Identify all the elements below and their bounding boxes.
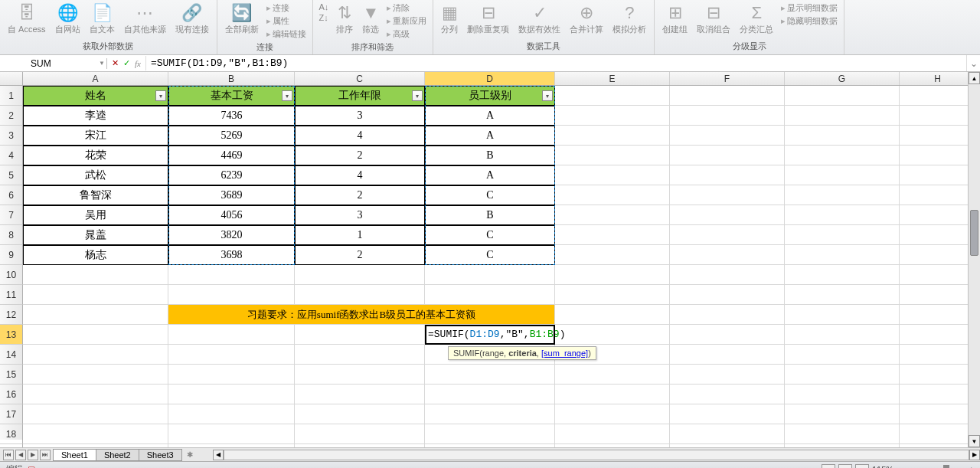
vertical-scrollbar[interactable]: ▲ ▼	[968, 72, 980, 447]
new-sheet-icon[interactable]: ✱	[182, 450, 198, 460]
cell[interactable]: =SUMIF(D1:D9,"B",B1:B9)	[425, 325, 555, 345]
ribbon-button[interactable]: ⊕合并计算	[565, 2, 608, 37]
cell[interactable]	[425, 385, 555, 404]
row-header[interactable]: 19	[0, 444, 23, 447]
cell[interactable]	[425, 444, 555, 447]
cell[interactable]: 4	[295, 165, 425, 185]
cell[interactable]: 3698	[168, 245, 295, 265]
cell[interactable]	[168, 345, 295, 365]
cell[interactable]	[900, 305, 976, 325]
cell[interactable]	[670, 185, 785, 205]
sort-small-button[interactable]: A↓	[316, 2, 332, 12]
ribbon-button[interactable]: 🔗现有连接	[171, 2, 214, 37]
cell[interactable]	[785, 305, 900, 325]
formula-tooltip[interactable]: SUMIF(range, criteria, [sum_range])	[448, 346, 596, 360]
cell[interactable]	[670, 106, 785, 126]
cell[interactable]: 5269	[168, 126, 295, 146]
view-break-icon[interactable]	[855, 464, 869, 469]
cell[interactable]	[785, 205, 900, 225]
row-header[interactable]: 11	[0, 285, 23, 305]
cell[interactable]	[785, 424, 900, 444]
cell[interactable]	[785, 325, 900, 345]
name-box-dropdown-icon[interactable]: ▼	[99, 60, 105, 67]
cell[interactable]	[425, 404, 555, 424]
row-header[interactable]: 7	[0, 205, 23, 225]
cell[interactable]	[23, 385, 168, 404]
ribbon-button[interactable]: ▦分列	[436, 2, 462, 37]
cell[interactable]	[168, 265, 295, 285]
cell[interactable]	[900, 385, 976, 404]
tab-next-icon[interactable]: ▶	[28, 450, 38, 460]
cell[interactable]	[670, 325, 785, 345]
cell[interactable]	[785, 245, 900, 265]
ribbon-button[interactable]: 📄自文本	[85, 2, 119, 37]
cell[interactable]	[670, 86, 785, 106]
filter-icon[interactable]: ▾	[542, 90, 553, 101]
cell[interactable]	[785, 444, 900, 447]
column-header[interactable]: A	[23, 72, 168, 85]
name-box[interactable]: ▼	[0, 58, 107, 69]
cell[interactable]	[23, 345, 168, 365]
cell[interactable]	[900, 265, 976, 285]
cell[interactable]	[295, 345, 425, 365]
ribbon-small-button[interactable]: ▸ 属性	[263, 15, 309, 28]
cell[interactable]	[670, 365, 785, 385]
cell[interactable]	[900, 86, 976, 106]
cell[interactable]	[168, 325, 295, 345]
cell[interactable]	[670, 245, 785, 265]
zoom-out-icon[interactable]: −	[897, 465, 901, 469]
cell[interactable]	[900, 424, 976, 444]
scroll-down-icon[interactable]: ▼	[969, 435, 980, 447]
cell[interactable]: 武松	[23, 165, 168, 185]
cell[interactable]	[555, 285, 670, 305]
cell[interactable]	[425, 285, 555, 305]
cell[interactable]: 吴用	[23, 205, 168, 225]
cell[interactable]	[785, 106, 900, 126]
cell[interactable]	[295, 404, 425, 424]
cell[interactable]	[900, 444, 976, 447]
cell[interactable]: 3820	[168, 225, 295, 245]
cell[interactable]	[900, 285, 976, 305]
cell[interactable]	[785, 404, 900, 424]
cell[interactable]	[900, 225, 976, 245]
cell[interactable]	[670, 444, 785, 447]
cell[interactable]	[23, 325, 168, 345]
cell[interactable]: 李逵	[23, 106, 168, 126]
filter-icon[interactable]: ▾	[282, 90, 292, 101]
cell[interactable]	[900, 365, 976, 385]
cell[interactable]: A	[425, 165, 555, 185]
cell[interactable]	[900, 325, 976, 345]
column-header[interactable]: F	[670, 72, 785, 85]
column-header[interactable]: G	[785, 72, 900, 85]
cell[interactable]: A	[425, 106, 555, 126]
cell[interactable]	[670, 265, 785, 285]
fx-icon[interactable]: fx	[135, 59, 141, 68]
row-header[interactable]: 1	[0, 86, 23, 106]
ribbon-button[interactable]: ⋯自其他来源	[119, 2, 171, 37]
cell[interactable]: C	[425, 185, 555, 205]
cells-area[interactable]: 姓名▾基本工资▾工作年限▾员工级别▾李逵74363A宋江52694A花荣4469…	[23, 86, 980, 440]
ribbon-button[interactable]: 🌐自网站	[51, 2, 85, 37]
column-header[interactable]: D	[425, 72, 555, 85]
sheet-tab[interactable]: Sheet1	[53, 449, 96, 461]
sort-small-button[interactable]: Z↓	[316, 12, 332, 23]
cell[interactable]	[785, 265, 900, 285]
ribbon-small-button[interactable]: ▸ 高级	[384, 28, 430, 41]
ribbon-button[interactable]: ⊟删除重复项	[462, 2, 514, 37]
enter-icon[interactable]: ✓	[123, 58, 130, 68]
cell[interactable]	[555, 385, 670, 404]
cell[interactable]	[670, 165, 785, 185]
cell[interactable]: 员工级别▾	[425, 86, 555, 106]
row-header[interactable]: 5	[0, 165, 23, 185]
cell[interactable]	[555, 185, 670, 205]
cell[interactable]	[425, 365, 555, 385]
cell[interactable]	[555, 424, 670, 444]
row-header[interactable]: 8	[0, 225, 23, 245]
ribbon-small-button[interactable]: ▸ 连接	[263, 2, 309, 15]
cell[interactable]	[23, 404, 168, 424]
cell[interactable]	[425, 265, 555, 285]
cell[interactable]: 宋江	[23, 126, 168, 146]
cell[interactable]	[670, 424, 785, 444]
cell[interactable]: 3	[295, 205, 425, 225]
cell[interactable]	[555, 165, 670, 185]
